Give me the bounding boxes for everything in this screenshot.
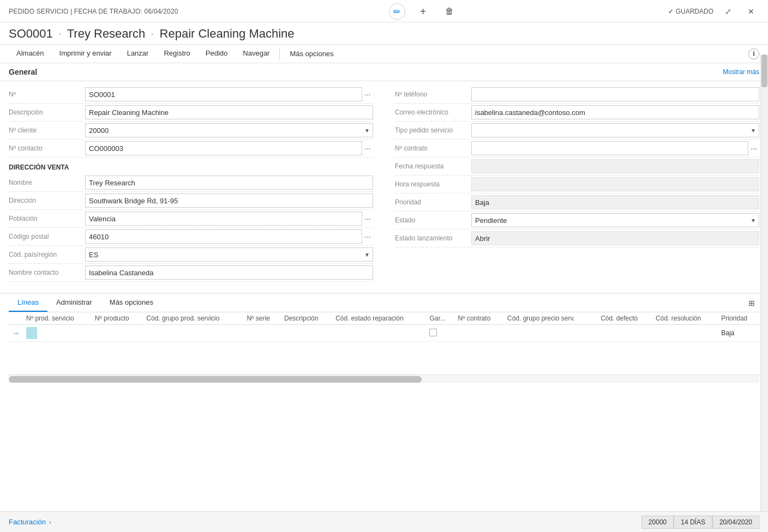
nav-lanzar[interactable]: Lanzar <box>119 45 157 63</box>
codigo-postal-input[interactable] <box>85 229 362 244</box>
direccion-label: Dirección <box>9 197 85 204</box>
order-number: SO0001 <box>9 27 53 40</box>
separator1: · <box>58 27 62 40</box>
codigo-postal-dots-button[interactable]: ··· <box>362 229 373 244</box>
hora-respuesta-value <box>471 177 759 191</box>
no-cliente-label: Nº cliente <box>9 126 85 134</box>
th-cod-resolucion: Cód. resolución <box>652 312 718 325</box>
top-bar-right: ✓ GUARDADO ⤢ ✕ <box>668 3 759 20</box>
row-cod-grupo-precio-cell[interactable] <box>504 325 597 342</box>
row-no-serie-cell[interactable] <box>243 325 281 342</box>
row-descripcion-cell[interactable] <box>281 325 332 342</box>
nav-registro[interactable]: Registro <box>156 45 197 63</box>
right-scrollbar-thumb[interactable] <box>761 55 767 87</box>
no-contrato-dots-button[interactable]: ··· <box>748 141 759 155</box>
tab-expand-icon[interactable]: ⊞ <box>744 294 759 312</box>
form-row-poblacion: Población ··· <box>9 210 373 228</box>
th-no-producto: Nº producto <box>92 312 143 325</box>
no-contacto-label: Nº contacto <box>9 144 85 152</box>
form-row-no-cliente: Nº cliente 20000 ▼ <box>9 122 373 140</box>
row-cod-grupo-cell[interactable] <box>143 325 243 342</box>
estado-select[interactable]: Pendiente <box>471 213 759 227</box>
th-cod-defecto: Cód. defecto <box>597 312 652 325</box>
tab-administrar[interactable]: Administrar <box>47 294 101 312</box>
page-title-section: SO0001 · Trey Research · Repair Cleaning… <box>0 22 768 45</box>
form-row-no-telefono: Nº teléfono <box>395 86 759 104</box>
correo-input[interactable] <box>471 105 759 119</box>
show-more-link[interactable]: Mostrar más <box>723 68 759 76</box>
estado-lanz-label: Estado lanzamiento <box>395 234 471 242</box>
no-contacto-dots-button[interactable]: ··· <box>362 141 373 155</box>
table-section: Nº prod. servicio Nº producto Cód. grupo… <box>0 312 768 342</box>
prioridad-value: Baja <box>471 195 759 209</box>
nav-imprimir[interactable]: Imprimir y enviar <box>52 45 119 63</box>
no-input[interactable] <box>85 87 362 101</box>
row-cod-resolucion-cell[interactable] <box>652 325 718 342</box>
row-cod-defecto-cell[interactable] <box>597 325 652 342</box>
form-row-descripcion: Descripción <box>9 104 373 122</box>
info-icon[interactable]: ℹ <box>748 49 759 59</box>
cod-pais-select[interactable]: ES <box>85 247 373 262</box>
form-row-codigo-postal: Código postal ··· <box>9 228 373 246</box>
tab-mas-opciones[interactable]: Más opciones <box>101 294 162 312</box>
no-contrato-input[interactable] <box>471 141 748 155</box>
no-field-wrapper: ··· <box>85 87 373 101</box>
row-cod-estado-cell[interactable] <box>332 325 426 342</box>
form-row-no-contacto: Nº contacto ··· <box>9 140 373 158</box>
top-bar-left: PEDIDO SERVICIO | FECHA DE TRABAJO: 06/0… <box>9 8 178 15</box>
nombre-input[interactable] <box>85 176 373 190</box>
nombre-contacto-input[interactable] <box>85 265 373 280</box>
row-gar-cell[interactable] <box>426 325 454 342</box>
form-row-direccion-section: DIRECCIÓN VENTA <box>9 158 373 174</box>
minimize-button[interactable]: ✕ <box>743 3 759 20</box>
horizontal-scrollbar[interactable] <box>9 374 759 383</box>
nav-almacen[interactable]: Almacén <box>9 45 52 63</box>
estado-lanz-value: Abrir <box>471 231 759 245</box>
form-row-hora-respuesta: Hora respuesta <box>395 176 759 194</box>
edit-button[interactable]: ✏ <box>389 3 405 20</box>
descripcion-input[interactable] <box>85 105 373 119</box>
row-no-producto-cell[interactable] <box>92 325 143 342</box>
estado-label: Estado <box>395 216 471 224</box>
no-contrato-label: Nº contrato <box>395 144 471 152</box>
form-row-no: Nº ··· <box>9 86 373 104</box>
tipo-pedido-select[interactable] <box>471 123 759 137</box>
gar-checkbox[interactable] <box>429 329 437 336</box>
expand-button[interactable]: ⤢ <box>720 3 736 20</box>
no-telefono-input[interactable] <box>471 87 759 101</box>
th-descripcion: Descripción <box>281 312 332 325</box>
codigo-postal-label: Código postal <box>9 233 85 240</box>
form-row-tipo-pedido: Tipo pedido servicio ▼ <box>395 122 759 140</box>
nav-separator <box>279 49 280 59</box>
no-dots-button[interactable]: ··· <box>362 87 373 101</box>
direccion-input[interactable] <box>85 194 373 208</box>
form-row-nombre: Nombre <box>9 174 373 192</box>
descripcion-label: Descripción <box>9 108 85 116</box>
row-no-contrato-cell[interactable] <box>455 325 504 342</box>
th-no-contrato: Nº contrato <box>455 312 504 325</box>
nav-navegar[interactable]: Navegar <box>235 45 277 63</box>
no-telefono-label: Nº teléfono <box>395 90 471 98</box>
nav-pedido[interactable]: Pedido <box>198 45 235 63</box>
nav-more[interactable]: Más opciones <box>282 45 341 62</box>
row-no-prod-cell[interactable] <box>23 325 92 342</box>
form-row-direccion: Dirección <box>9 192 373 210</box>
poblacion-dots-button[interactable]: ··· <box>362 211 373 226</box>
add-button[interactable]: + <box>415 3 431 20</box>
delete-button[interactable]: 🗑 <box>441 3 458 20</box>
nombre-contacto-label: Nombre contacto <box>9 269 85 276</box>
right-scrollbar[interactable] <box>760 55 768 427</box>
row-arrow-cell: → <box>9 325 23 342</box>
scrollbar-thumb[interactable] <box>9 376 422 383</box>
general-section-title: General <box>9 68 37 76</box>
saved-status: ✓ GUARDADO <box>668 8 713 15</box>
correo-label: Correo electrónico <box>395 108 471 116</box>
tabs-section: Líneas Administrar Más opciones ⊞ <box>0 293 768 312</box>
tab-lineas[interactable]: Líneas <box>9 294 47 312</box>
row-blue-cell[interactable] <box>26 327 37 339</box>
no-contacto-input[interactable] <box>85 141 362 155</box>
poblacion-input[interactable] <box>85 211 362 226</box>
order-description: Repair Cleaning Machine <box>160 27 295 40</box>
no-cliente-select[interactable]: 20000 <box>85 123 373 137</box>
form-row-nombre-contacto: Nombre contacto <box>9 264 373 282</box>
